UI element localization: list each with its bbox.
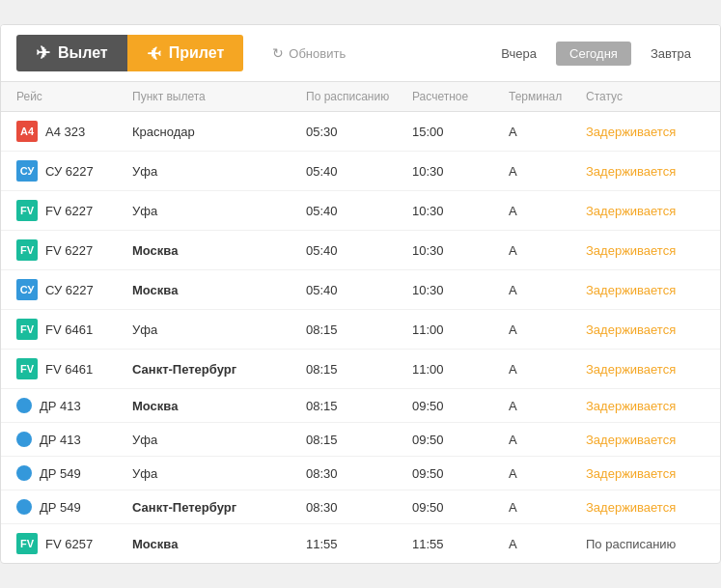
table-row[interactable]: СУ СУ 6227 Москва 05:40 10:30 A Задержив… — [1, 270, 720, 310]
origin-city: Уфа — [132, 322, 306, 337]
airline-icon: СУ — [16, 160, 38, 182]
scheduled-time: 05:40 — [306, 204, 412, 218]
airline-icon: FV — [16, 319, 38, 340]
scheduled-time: 05:30 — [306, 125, 412, 139]
estimated-time: 11:00 — [412, 322, 509, 337]
table-row[interactable]: ДР 413 Уфа 08:15 09:50 A Задерживается — [1, 423, 720, 457]
flight-code: А4 323 — [45, 125, 85, 139]
flight-code: ДР 413 — [40, 399, 81, 413]
flight-code: FV 6461 — [45, 362, 93, 377]
table-header: Рейс Пункт вылета По расписанию Расчетно… — [1, 82, 720, 112]
table-row[interactable]: FV FV 6227 Москва 05:40 10:30 A Задержив… — [1, 231, 720, 270]
arrival-icon: ✈ — [147, 42, 161, 64]
col-status: Статус — [586, 90, 705, 103]
origin-city: Санкт-Петербург — [132, 362, 306, 377]
airline-icon: FV — [16, 239, 38, 261]
estimated-time: 09:50 — [412, 399, 509, 413]
origin-city: Краснодар — [132, 125, 306, 139]
airline-icon: FV — [16, 200, 38, 221]
table-row[interactable]: СУ СУ 6227 Уфа 05:40 10:30 A Задерживает… — [1, 152, 720, 191]
estimated-time: 09:50 — [412, 466, 509, 481]
flight-number: ДР 413 — [16, 398, 132, 413]
terminal: A — [509, 537, 586, 551]
status-badge: Задерживается — [586, 433, 705, 447]
tomorrow-button[interactable]: Завтра — [637, 42, 705, 66]
estimated-time: 10:30 — [412, 164, 509, 179]
terminal: A — [509, 243, 586, 258]
terminal: A — [509, 125, 586, 139]
terminal: A — [509, 500, 586, 515]
estimated-time: 09:50 — [412, 500, 509, 515]
status-badge: Задерживается — [586, 283, 705, 297]
terminal: A — [509, 466, 586, 481]
date-navigation: Вчера Сегодня Завтра — [487, 42, 705, 66]
flight-number: СУ СУ 6227 — [16, 160, 132, 182]
estimated-time: 10:30 — [412, 283, 509, 297]
table-row[interactable]: FV FV 6257 Москва 11:55 11:55 A По распи… — [1, 524, 720, 563]
flight-code: ДР 549 — [40, 500, 81, 515]
col-terminal: Терминал — [509, 90, 586, 103]
flight-number: А4 А4 323 — [16, 121, 132, 142]
origin-city: Уфа — [132, 433, 306, 447]
today-button[interactable]: Сегодня — [556, 42, 631, 66]
tab-arrival-label: Прилет — [169, 44, 225, 62]
table-row[interactable]: FV FV 6227 Уфа 05:40 10:30 A Задерживает… — [1, 191, 720, 231]
flight-number: ДР 549 — [16, 465, 132, 481]
estimated-time: 15:00 — [412, 125, 509, 139]
table-row[interactable]: FV FV 6461 Санкт-Петербург 08:15 11:00 A… — [1, 350, 720, 389]
scheduled-time: 08:15 — [306, 433, 412, 447]
header: ✈ Вылет ✈ Прилет ↻ Обновить Вчера Сегодн… — [1, 25, 720, 82]
tab-departure[interactable]: ✈ Вылет — [16, 35, 127, 71]
scheduled-time: 08:15 — [306, 399, 412, 413]
table-body: А4 А4 323 Краснодар 05:30 15:00 A Задерж… — [1, 112, 720, 563]
origin-city: Москва — [132, 399, 306, 413]
status-badge: Задерживается — [586, 125, 705, 139]
table-row[interactable]: А4 А4 323 Краснодар 05:30 15:00 A Задерж… — [1, 112, 720, 152]
flight-number: СУ СУ 6227 — [16, 279, 132, 300]
estimated-time: 11:00 — [412, 362, 509, 377]
airline-icon — [16, 465, 32, 481]
flight-number: FV FV 6257 — [16, 533, 132, 554]
flight-code: FV 6461 — [45, 322, 93, 337]
airline-icon: FV — [16, 533, 38, 554]
flight-code: СУ 6227 — [45, 164, 94, 179]
status-badge: Задерживается — [586, 204, 705, 218]
table-row[interactable]: ДР 549 Уфа 08:30 09:50 A Задерживается — [1, 457, 720, 490]
refresh-button[interactable]: ↻ Обновить — [272, 45, 346, 61]
flight-code: FV 6227 — [45, 243, 93, 258]
main-container: ✈ Вылет ✈ Прилет ↻ Обновить Вчера Сегодн… — [0, 24, 721, 564]
flight-code: СУ 6227 — [45, 283, 94, 297]
flight-number: ДР 413 — [16, 432, 132, 447]
flight-code: FV 6227 — [45, 204, 93, 218]
flight-number: FV FV 6227 — [16, 239, 132, 261]
status-badge: Задерживается — [586, 362, 705, 377]
status-badge: Задерживается — [586, 243, 705, 258]
status-badge: Задерживается — [586, 466, 705, 481]
status-badge: По расписанию — [586, 537, 705, 551]
terminal: A — [509, 204, 586, 218]
tab-departure-label: Вылет — [58, 44, 108, 62]
status-badge: Задерживается — [586, 500, 705, 515]
status-badge: Задерживается — [586, 399, 705, 413]
airline-icon: СУ — [16, 279, 38, 300]
flight-code: ДР 549 — [40, 466, 81, 481]
terminal: A — [509, 164, 586, 179]
scheduled-time: 08:30 — [306, 466, 412, 481]
yesterday-button[interactable]: Вчера — [487, 42, 550, 66]
airline-icon: А4 — [16, 121, 38, 142]
table-row[interactable]: FV FV 6461 Уфа 08:15 11:00 A Задерживает… — [1, 310, 720, 350]
departure-icon: ✈ — [36, 42, 50, 64]
estimated-time: 10:30 — [412, 204, 509, 218]
origin-city: Москва — [132, 243, 306, 258]
terminal: A — [509, 362, 586, 377]
refresh-icon: ↻ — [272, 45, 284, 61]
tab-arrival[interactable]: ✈ Прилет — [127, 35, 244, 71]
terminal: A — [509, 283, 586, 297]
table-row[interactable]: ДР 413 Москва 08:15 09:50 A Задерживаетс… — [1, 389, 720, 423]
scheduled-time: 08:15 — [306, 322, 412, 337]
col-flight: Рейс — [16, 90, 132, 103]
estimated-time: 10:30 — [412, 243, 509, 258]
scheduled-time: 05:40 — [306, 164, 412, 179]
terminal: A — [509, 399, 586, 413]
table-row[interactable]: ДР 549 Санкт-Петербург 08:30 09:50 A Зад… — [1, 490, 720, 524]
